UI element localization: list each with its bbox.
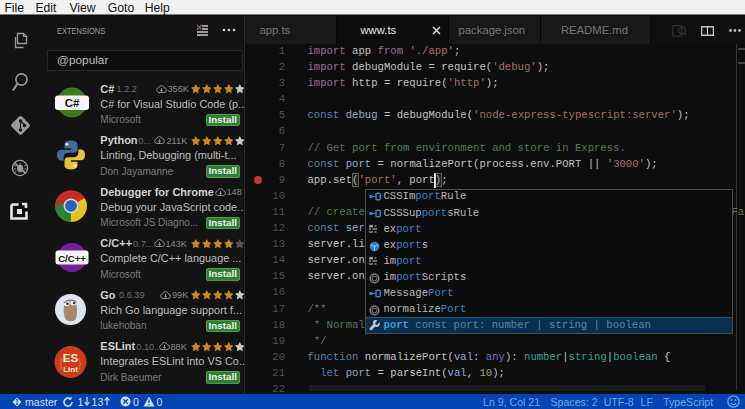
svg-text:ES: ES xyxy=(63,352,79,364)
svg-text:Lint: Lint xyxy=(63,365,78,374)
svg-text:}: } xyxy=(78,355,83,370)
svg-text:{: { xyxy=(59,355,64,370)
svg-text:C/C++: C/C++ xyxy=(58,253,86,264)
svg-text:C#: C# xyxy=(65,97,80,109)
